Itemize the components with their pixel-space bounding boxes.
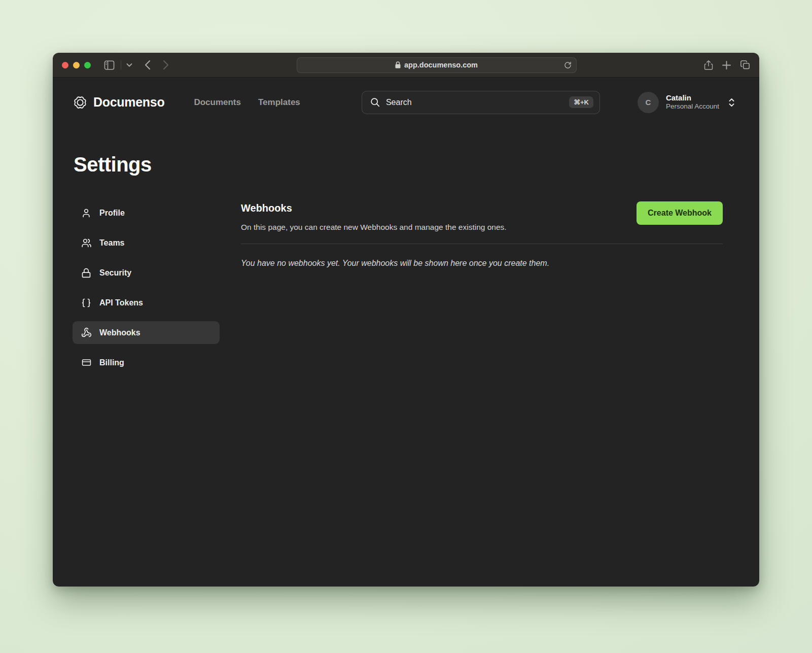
avatar-initial: C [646,98,651,107]
account-meta: Catalin Personal Account [666,93,719,112]
browser-window: app.documenso.com [53,53,759,587]
account-menu[interactable]: C Catalin Personal Account [638,92,735,113]
avatar: C [638,92,659,113]
sidebar-item-label: Profile [99,209,125,218]
reload-icon [564,61,572,70]
page-title: Settings [74,153,723,176]
section-divider [241,244,723,244]
search-icon [370,97,380,107]
brand-name: Documenso [93,95,164,110]
lock-icon [81,268,92,278]
search-placeholder: Search [386,98,569,107]
address-bar[interactable]: app.documenso.com [297,57,577,73]
chevron-right-icon [163,60,169,70]
tab-overview-button[interactable] [740,60,750,70]
sidebar-item-label: Billing [99,358,124,367]
settings-sidebar: Profile Teams Security [73,201,220,374]
webhooks-header-text: Webhooks On this page, you can create ne… [241,201,507,232]
plus-icon [722,61,731,70]
webhook-icon [81,327,92,338]
brand[interactable]: Documenso [73,95,164,110]
chrome-divider [121,60,121,70]
webhooks-panel: Webhooks On this page, you can create ne… [241,201,723,374]
settings-page: Settings Profile Teams [53,127,759,587]
url-text: app.documenso.com [404,61,478,69]
section-title: Webhooks [241,202,507,214]
account-name: Catalin [666,93,719,103]
chrome-actions [704,60,750,71]
reload-button[interactable] [564,61,572,70]
sidebar-item-teams[interactable]: Teams [73,231,220,254]
sidebar-item-profile[interactable]: Profile [73,201,220,224]
tabs-icon [740,60,750,70]
minimize-window-button[interactable] [73,62,80,68]
sidebar-item-label: API Tokens [99,298,143,307]
sidebar-options-button[interactable] [126,63,132,67]
sidebar-item-label: Webhooks [99,328,140,337]
search-shortcut-badge: ⌘+K [569,96,593,108]
nav-templates[interactable]: Templates [258,97,300,108]
account-type: Personal Account [666,102,719,111]
share-icon [704,60,713,71]
documenso-app: Documenso Documents Templates Search ⌘+K… [53,78,759,587]
share-button[interactable] [704,60,713,71]
ssl-lock-icon [395,61,401,68]
braces-icon [81,298,92,308]
window-controls [62,62,91,68]
users-icon [81,238,92,248]
nav-documents[interactable]: Documents [194,97,241,108]
search-input[interactable]: Search ⌘+K [362,91,600,114]
empty-state-text: You have no webhooks yet. Your webhooks … [241,259,723,268]
top-nav: Documents Templates [194,97,300,108]
zoom-window-button[interactable] [84,62,91,68]
close-window-button[interactable] [62,62,68,68]
sidebar-icon [104,60,115,70]
sidebar-item-billing[interactable]: Billing [73,351,220,374]
sidebar-item-api-tokens[interactable]: API Tokens [73,291,220,314]
chevron-left-icon [145,60,151,70]
user-icon [81,208,92,218]
credit-card-icon [81,358,92,367]
sidebar-item-security[interactable]: Security [73,261,220,284]
sidebar-item-webhooks[interactable]: Webhooks [73,321,220,344]
sidebar-item-label: Teams [99,238,125,248]
browser-chrome: app.documenso.com [53,53,759,78]
sidebar-toggle-button[interactable] [104,60,115,70]
create-webhook-button[interactable]: Create Webhook [637,201,723,225]
documenso-logo-icon [73,95,88,110]
section-description: On this page, you can create new Webhook… [241,223,507,232]
forward-button[interactable] [163,60,169,70]
app-header: Documenso Documents Templates Search ⌘+K… [53,78,759,127]
sidebar-item-label: Security [99,268,131,278]
chevron-down-icon [126,63,132,67]
chevron-up-down-icon [728,98,735,107]
new-tab-button[interactable] [722,61,731,70]
back-button[interactable] [145,60,151,70]
